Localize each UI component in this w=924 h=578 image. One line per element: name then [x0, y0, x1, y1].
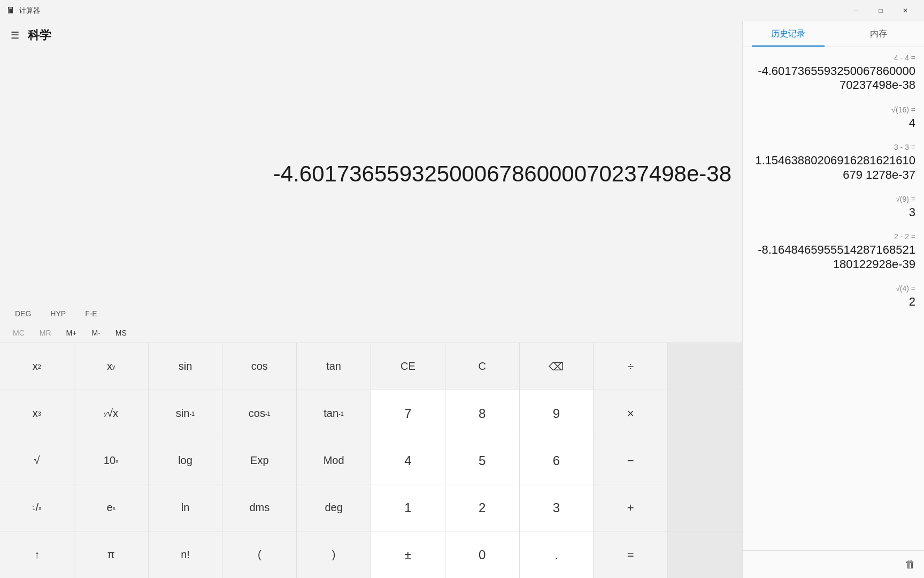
- history-expr: √(9) =: [751, 195, 915, 203]
- dms-key[interactable]: dms: [222, 484, 297, 531]
- calc-panel: ☰ 科学 -4.6017365593250006786000070237498e…: [0, 21, 742, 578]
- backspace-key[interactable]: ⌫: [520, 343, 594, 390]
- minimize-button[interactable]: ─: [844, 2, 868, 19]
- clear-key[interactable]: C: [445, 343, 520, 390]
- four-key[interactable]: 4: [371, 437, 445, 484]
- app-name: 计算器: [19, 6, 40, 16]
- shift-key[interactable]: ↑: [0, 531, 74, 578]
- exp-key[interactable]: Exp: [222, 437, 297, 484]
- sin-key[interactable]: sin: [149, 343, 223, 390]
- mod-key[interactable]: Mod: [297, 437, 371, 484]
- nine-key[interactable]: 9: [520, 390, 594, 437]
- main: ☰ 科学 -4.6017365593250006786000070237498e…: [0, 21, 924, 578]
- sqrt-key[interactable]: √: [0, 437, 74, 484]
- history-expr: 3 - 3 =: [751, 143, 915, 151]
- fe-button[interactable]: F-E: [75, 306, 107, 321]
- spacer5-key: [668, 531, 742, 578]
- ce-key[interactable]: CE: [371, 343, 445, 390]
- eight-key[interactable]: 8: [445, 390, 520, 437]
- six-key[interactable]: 6: [520, 437, 594, 484]
- close-button[interactable]: ✕: [893, 2, 918, 19]
- three-key[interactable]: 3: [520, 484, 594, 531]
- tan-key[interactable]: tan: [297, 343, 371, 390]
- mminus-button[interactable]: M-: [84, 325, 107, 340]
- history-item[interactable]: √(16) =4: [751, 105, 915, 130]
- clear-history-button[interactable]: 🗑: [905, 558, 915, 571]
- mplus-button[interactable]: M+: [59, 325, 84, 340]
- mr-button[interactable]: MR: [32, 325, 59, 340]
- deg-button[interactable]: DEG: [5, 306, 41, 321]
- decimal-key[interactable]: .: [520, 531, 594, 578]
- keypad: x2xysincostanCEC⌫÷x3y√xsin-1cos-1tan-178…: [0, 343, 742, 578]
- subtract-key[interactable]: −: [594, 437, 668, 484]
- history-footer: 🗑: [743, 550, 924, 578]
- history-item[interactable]: 3 - 3 =1.15463880206916281621610679 1278…: [751, 143, 915, 182]
- display-area: -4.6017365593250006786000070237498e-38: [0, 49, 742, 304]
- cos-key[interactable]: cos: [222, 343, 297, 390]
- close-paren-key[interactable]: ): [297, 531, 371, 578]
- mc-button[interactable]: MC: [5, 325, 32, 340]
- e-power-x-key[interactable]: ex: [74, 484, 149, 531]
- history-content: 4 - 4 =-4.601736559325006786000070237498…: [743, 47, 924, 550]
- negate-key[interactable]: ±: [371, 531, 445, 578]
- history-panel: 历史记录 内存 4 - 4 =-4.6017365593250067860000…: [742, 21, 924, 578]
- equals-key[interactable]: =: [594, 531, 668, 578]
- menu-icon[interactable]: ☰: [11, 29, 19, 41]
- log-key[interactable]: log: [149, 437, 223, 484]
- main-display: -4.6017365593250006786000070237498e-38: [273, 162, 732, 186]
- history-tab-memory[interactable]: 内存: [834, 21, 925, 47]
- history-tabs: 历史记录 内存: [743, 21, 924, 47]
- deg-key-key[interactable]: deg: [297, 484, 371, 531]
- spacer1-key: [668, 343, 742, 390]
- arcsin-key[interactable]: sin-1: [149, 390, 223, 437]
- arccos-key[interactable]: cos-1: [222, 390, 297, 437]
- memory-buttons: MCMRM+M-MS: [0, 323, 742, 343]
- history-item[interactable]: √(9) =3: [751, 195, 915, 219]
- history-expr: 2 - 2 =: [751, 232, 915, 241]
- x-cubed-key[interactable]: x3: [0, 390, 74, 437]
- history-tab-history[interactable]: 历史记录: [743, 21, 834, 47]
- history-result: 3: [751, 206, 915, 219]
- yroot-x-key[interactable]: y√x: [74, 390, 149, 437]
- maximize-button[interactable]: □: [868, 2, 893, 19]
- calc-header: ☰ 科学: [0, 21, 742, 49]
- history-expr: 4 - 4 =: [751, 54, 915, 62]
- history-result: 1.15463880206916281621610679 1278e-37: [751, 154, 915, 182]
- history-item[interactable]: 4 - 4 =-4.601736559325006786000070237498…: [751, 54, 915, 93]
- open-paren-key[interactable]: (: [222, 531, 297, 578]
- titlebar-controls: ─ □ ✕: [844, 2, 918, 19]
- calc-title: 科学: [28, 27, 51, 43]
- five-key[interactable]: 5: [445, 437, 520, 484]
- reciprocal-key[interactable]: 1/x: [0, 484, 74, 531]
- spacer3-key: [668, 437, 742, 484]
- history-result: 2: [751, 295, 915, 309]
- hyp-button[interactable]: HYP: [41, 306, 75, 321]
- ten-power-x-key[interactable]: 10x: [74, 437, 149, 484]
- x-power-y-key[interactable]: xy: [74, 343, 149, 390]
- arctan-key[interactable]: tan-1: [297, 390, 371, 437]
- history-result: -8.1648465955514287168521180122928e-39: [751, 243, 915, 271]
- one-key[interactable]: 1: [371, 484, 445, 531]
- history-expr: √(4) =: [751, 284, 915, 293]
- mode-buttons: DEGHYPF-E: [0, 304, 742, 323]
- titlebar: 🖩 计算器 ─ □ ✕: [0, 0, 924, 21]
- spacer2-key: [668, 390, 742, 437]
- history-item[interactable]: √(4) =2: [751, 284, 915, 309]
- history-expr: √(16) =: [751, 105, 915, 114]
- x-squared-key[interactable]: x2: [0, 343, 74, 390]
- history-result: 4: [751, 116, 915, 130]
- pi-key[interactable]: π: [74, 531, 149, 578]
- zero-key[interactable]: 0: [445, 531, 520, 578]
- history-item[interactable]: 2 - 2 =-8.164846595551428716852118012292…: [751, 232, 915, 271]
- ms-button[interactable]: MS: [108, 325, 134, 340]
- ln-key[interactable]: ln: [149, 484, 223, 531]
- app-icon: 🖩: [6, 6, 15, 16]
- two-key[interactable]: 2: [445, 484, 520, 531]
- spacer4-key: [668, 484, 742, 531]
- titlebar-left: 🖩 计算器: [6, 6, 40, 16]
- divide-key[interactable]: ÷: [594, 343, 668, 390]
- multiply-key[interactable]: ×: [594, 390, 668, 437]
- factorial-key[interactable]: n!: [149, 531, 223, 578]
- add-key[interactable]: +: [594, 484, 668, 531]
- seven-key[interactable]: 7: [371, 390, 445, 437]
